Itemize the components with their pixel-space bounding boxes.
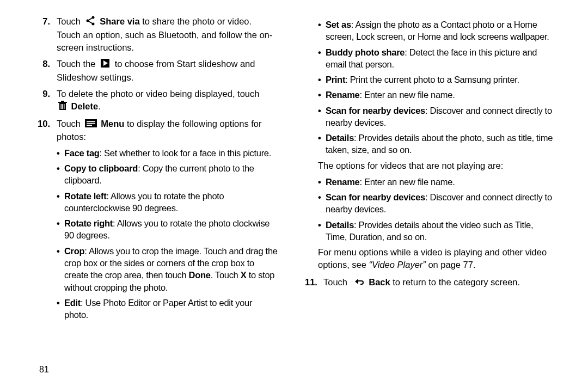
bullet-icon: • [57,190,64,202]
b: Set as [326,20,351,29]
bold: Delete [71,101,99,111]
bullet-icon: • [57,147,64,159]
step-number: 9. [33,88,57,100]
svg-rect-10 [61,104,62,109]
back-icon [352,277,365,289]
bold: Menu [101,119,124,128]
bullet-icon: • [318,89,326,101]
list-item: •Buddy photo share: Detect the face in t… [318,46,555,71]
step-body: Touch Back to return to the category scr… [323,276,555,289]
text: Touch the [57,59,98,69]
list-item: •Crop: Allows you to crop the image. Tou… [57,245,278,293]
b: Done [189,270,211,280]
list-item: •Details: Provides details about the vid… [318,219,555,243]
photo-options-left: •Face tag: Set whether to look for a fac… [57,147,278,321]
step-number: 7. [33,15,57,27]
svg-line-3 [88,17,93,21]
b: Rotate left [64,191,106,201]
menu-icon [85,118,97,130]
b: Edit [64,298,81,308]
step-body: Touch the to choose from Start slideshow… [57,58,278,84]
bullet-icon: • [57,245,64,257]
text: on page 77. [426,260,476,270]
list-item: •Rotate left: Allows you to rotate the p… [57,190,278,215]
list-item: •Rename: Enter an new file name. [318,89,555,101]
svg-rect-8 [58,102,67,103]
bullet-icon: • [318,132,326,144]
bullet-icon: • [318,219,326,231]
bullet-icon: • [318,74,326,85]
list-item: •Face tag: Set whether to look for a fac… [57,147,278,159]
text: Touch [57,16,83,26]
right-column: •Set as: Assign the photo as a Contact p… [294,15,555,381]
share-icon [85,15,96,29]
b: X [241,270,247,280]
trash-icon [58,101,67,113]
b: Print [326,75,345,84]
step-9: 9. To delete the photo or video being di… [33,88,278,113]
play-icon [100,58,111,71]
photo-options-right: •Set as: Assign the photo as a Contact p… [318,19,555,156]
text: . [98,101,101,111]
svg-rect-15 [87,123,95,124]
step-10: 10. Touch Menu to display the following … [33,118,278,143]
bold: Back [369,277,390,287]
t: : Provides details about the video such … [326,220,533,242]
text: To delete the photo or video being displ… [57,89,259,99]
t: : Provides details about the photo, such… [326,133,553,155]
bold: Share via [100,16,139,26]
list-item: •Copy to clipboard: Copy the current pho… [57,162,278,187]
step-7: 7. Touch Share via to share the photo or… [33,15,278,53]
b: Buddy photo share [326,47,405,57]
step-8: 8. Touch the to choose from Start slides… [33,58,278,84]
italic: “Video Player” [369,260,426,270]
bullet-icon: • [57,297,64,309]
list-item: •Rename: Enter an new file name. [318,176,555,188]
step-11: 11. Touch Back to return to the category… [305,276,555,289]
list-item: •Print: Print the current photo to a Sam… [318,74,555,85]
manual-page: 7. Touch Share via to share the photo or… [0,0,588,392]
video-options: •Rename: Enter an new file name. •Scan f… [318,176,555,243]
list-item: •Set as: Assign the photo as a Contact p… [318,19,555,43]
t: : Use Photo Editor or Paper Artist to ed… [64,298,252,320]
svg-rect-12 [64,104,65,109]
svg-rect-14 [87,121,95,122]
step-number: 11. [305,276,323,288]
left-column: 7. Touch Share via to share the photo or… [33,15,294,381]
b: Rename [326,177,359,187]
list-item: •Scan for nearby devices: Discover and c… [318,105,555,129]
svg-line-4 [88,21,93,24]
step-body: To delete the photo or video being displ… [57,88,278,113]
t: : Assign the photo as a Contact photo or… [326,20,549,41]
b: Scan for nearby devices [326,192,425,202]
t: . Touch [211,270,241,280]
b: Rename [326,90,359,100]
svg-rect-9 [61,101,64,102]
b: Face tag [64,148,100,158]
b: Details [326,133,354,143]
text: Touch [57,119,83,128]
t: : Enter an new file name. [359,90,455,100]
step-number: 10. [33,118,57,130]
list-item: •Scan for nearby devices: Discover and c… [318,191,555,216]
t: : Set whether to look for a face in this… [100,148,271,158]
bullet-icon: • [318,46,326,58]
video-footer: For menu options while a video is playin… [318,246,555,271]
bullet-icon: • [318,19,326,30]
step-number: 8. [33,58,57,70]
svg-rect-16 [87,125,92,126]
list-item: •Edit: Use Photo Editor or Paper Artist … [57,297,278,321]
page-number: 81 [39,364,49,376]
t: : Enter an new file name. [359,177,455,187]
b: Crop [64,246,84,256]
bullet-icon: • [318,176,326,188]
b: Rotate right [64,218,113,228]
text: Touch [323,277,350,287]
text: to return to the category screen. [390,277,520,287]
bullet-icon: • [318,105,326,117]
bullet-icon: • [318,191,326,203]
t: : Print the current photo to a Samsung p… [345,75,519,84]
b: Copy to clipboard [64,163,138,173]
step-body: Touch Share via to share the photo or vi… [57,15,278,53]
step-body: Touch Menu to display the following opti… [57,118,278,143]
